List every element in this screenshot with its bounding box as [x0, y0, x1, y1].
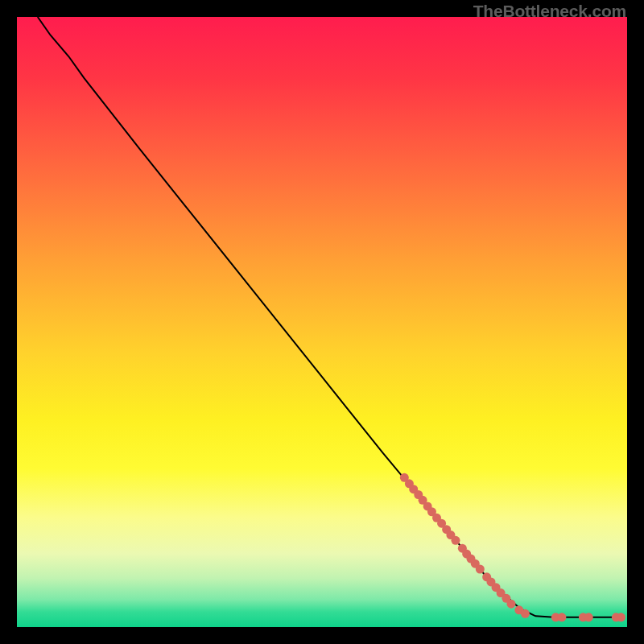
scatter-point: [521, 609, 530, 618]
scatter-point: [506, 600, 515, 609]
chart-plot: [17, 17, 627, 627]
chart-frame: TheBottleneck.com: [0, 0, 644, 644]
scatter-point: [584, 613, 593, 621]
scatter-point: [476, 564, 485, 573]
scatter-point: [557, 613, 566, 621]
scatter-point: [452, 536, 460, 545]
watermark-text: TheBottleneck.com: [473, 2, 626, 21]
scatter-point: [617, 613, 625, 621]
